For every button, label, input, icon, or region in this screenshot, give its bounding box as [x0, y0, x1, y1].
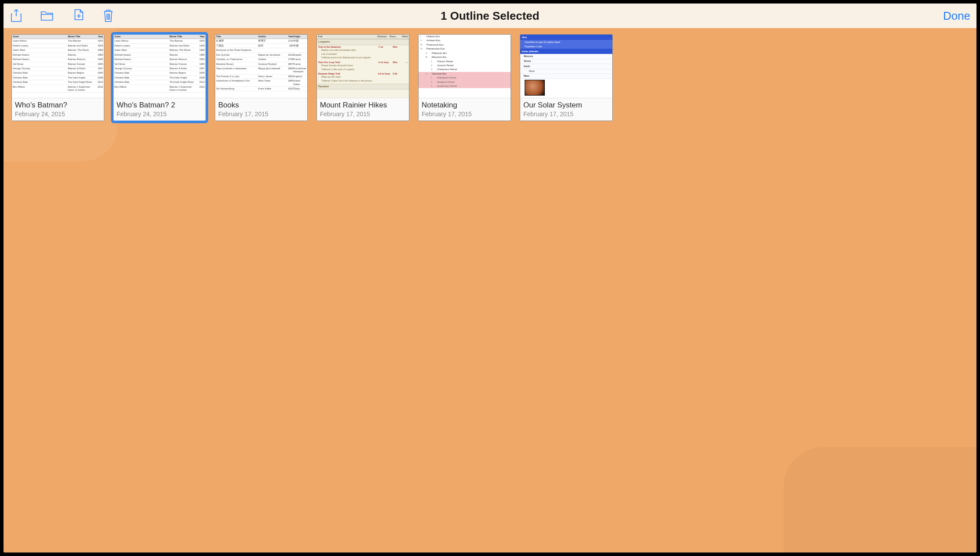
document-caption: Who's Batman?February 24, 2015: [12, 98, 104, 121]
toolbar-actions: [10, 9, 115, 22]
document-name: Mount Rainier Hikes: [320, 101, 406, 110]
document-caption: NotetakingFebruary 17, 2015: [419, 98, 511, 121]
document-thumbnail: I.Hadean EonII.Archean EonIII.Proterozoi…: [419, 35, 511, 98]
document-name: Who's Batman? 2: [117, 101, 202, 110]
share-icon[interactable]: [10, 9, 23, 22]
document-caption: Our Solar SystemFebruary 17, 2015: [520, 98, 612, 121]
document-card[interactable]: TitleAuthorYearOrigin紅樓夢曹雪芹1791中國三國志陈寿28…: [215, 34, 308, 121]
document-thumbnail: TrailDistanceRoun...HikedLongmireTrail o…: [317, 35, 409, 98]
page-title: 1 Outline Selected: [440, 9, 539, 23]
document-card[interactable]: ActorMovie TitleYearLewis WilsonThe Batm…: [113, 34, 206, 121]
document-card[interactable]: ActorMovie TitleYearLewis WilsonThe Batm…: [11, 34, 104, 121]
document-name: Our Solar System: [523, 101, 609, 110]
document-name: Notetaking: [422, 101, 508, 110]
document-thumbnail: SunClassified as type G2 yellow dwarfPop…: [520, 35, 612, 98]
toolbar: 1 Outline Selected Done: [4, 4, 638, 28]
document-date: February 17, 2015: [422, 110, 508, 118]
document-date: February 17, 2015: [320, 110, 406, 118]
app-frame: 1 Outline Selected Done ActorMovie Title…: [4, 4, 638, 362]
document-card[interactable]: I.Hadean EonII.Archean EonIII.Proterozoi…: [418, 34, 511, 121]
document-card[interactable]: TrailDistanceRoun...HikedLongmireTrail o…: [316, 34, 409, 121]
duplicate-icon[interactable]: [71, 9, 84, 22]
document-date: February 24, 2015: [15, 110, 101, 118]
folder-icon[interactable]: [40, 9, 53, 22]
document-caption: Who's Batman? 2February 24, 2015: [114, 98, 206, 121]
document-date: February 24, 2015: [117, 110, 202, 118]
document-date: February 17, 2015: [523, 110, 609, 118]
document-name: Who's Batman?: [15, 101, 101, 110]
trash-icon[interactable]: [102, 9, 115, 22]
document-card[interactable]: SunClassified as type G2 yellow dwarfPop…: [520, 34, 613, 121]
document-date: February 17, 2015: [218, 110, 304, 118]
document-caption: Mount Rainier HikesFebruary 17, 2015: [317, 98, 409, 121]
mars-image: [525, 80, 545, 96]
document-caption: BooksFebruary 17, 2015: [215, 98, 307, 121]
document-thumbnail: TitleAuthorYearOrigin紅樓夢曹雪芹1791中國三國志陈寿28…: [215, 35, 307, 98]
document-thumbnail: ActorMovie TitleYearLewis WilsonThe Batm…: [12, 35, 104, 98]
document-thumbnail: ActorMovie TitleYearLewis WilsonThe Batm…: [114, 35, 206, 98]
document-name: Books: [218, 101, 304, 110]
documents-grid: ActorMovie TitleYearLewis WilsonThe Batm…: [4, 28, 638, 127]
